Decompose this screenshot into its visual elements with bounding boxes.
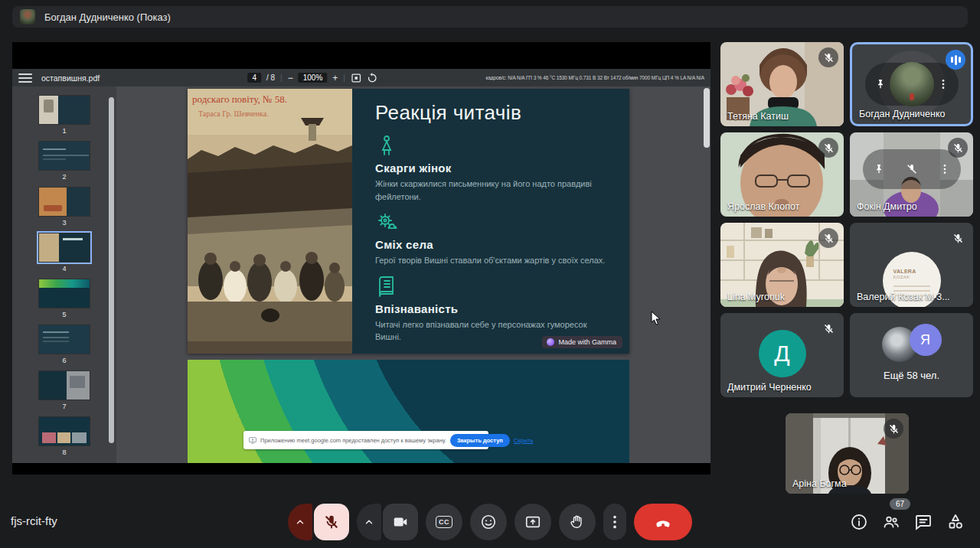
camera-control (357, 504, 418, 540)
captions-button[interactable]: CC (426, 504, 462, 540)
thumbnail-6[interactable]: 6 (39, 325, 90, 364)
camera-button[interactable] (383, 504, 418, 540)
thumbnail-2[interactable]: 2 (39, 142, 90, 181)
emoji-icon (480, 514, 497, 530)
slide-title: Реакція читачів (375, 101, 609, 125)
meeting-code: fjs-rcit-fty (11, 514, 57, 527)
fit-page-icon[interactable] (351, 73, 361, 83)
rotate-icon[interactable] (367, 73, 377, 83)
activities-panel-button[interactable] (946, 513, 965, 531)
page-number-input[interactable]: 4 (247, 73, 261, 83)
chat-panel-button[interactable] (914, 513, 933, 531)
tile-more-participants[interactable]: Я Ещё 58 чел. (850, 313, 973, 397)
tile-yaroslav-klopot[interactable]: Ярослав Клопот (720, 132, 844, 217)
share-notice-text: Приложению meet.google.com предоставлен … (260, 437, 446, 444)
tile-fokin-dmytro[interactable]: Фокін Дмитро (850, 132, 973, 217)
more-options-icon[interactable] (936, 161, 953, 178)
chat-icon (914, 513, 933, 531)
tile-arina-bohma[interactable]: Аріна Богма (786, 413, 909, 494)
slide-old-photo: родскаго повіту, № 58. Тараса Гр. Шевчен… (188, 89, 352, 354)
thumbnail-scrollbar[interactable] (109, 97, 114, 443)
meeting-details-button[interactable] (850, 513, 868, 531)
menu-icon[interactable] (18, 72, 32, 84)
slide-section-recognition: Впізнаваність Читачі легко впізнавали се… (375, 276, 609, 344)
tile-bogdan-dudnychenko[interactable]: Богдан Дудниченко (850, 42, 973, 126)
tile-dmitriy-chernenko[interactable]: Д Дмитрий Черненко (720, 313, 844, 397)
avatar: Я (910, 324, 942, 356)
thumbnail-7[interactable]: 7 (39, 371, 90, 410)
more-options-button[interactable] (603, 504, 626, 540)
thumbnail-1[interactable]: 1 (39, 96, 90, 135)
mic-off-icon (818, 138, 838, 158)
more-participants-label: Ещё 58 чел. (850, 370, 973, 381)
presenter-avatar (20, 9, 35, 24)
participant-name: Богдан Дудниченко (859, 109, 945, 119)
avatar: Д (759, 330, 806, 377)
presenter-label: Богдан Дудниченко (Показ) (44, 11, 171, 23)
presenter-chip[interactable]: Богдан Дудниченко (Показ) (12, 6, 968, 28)
participant-name: Дмитрий Черненко (727, 382, 812, 393)
tile-valeriy-kozak[interactable]: VALERA KOZAK Валерий Козак М-3... (850, 223, 973, 307)
thumbnail-5[interactable]: 5 (39, 279, 90, 318)
more-options-icon[interactable] (935, 76, 952, 93)
mic-off-icon (818, 228, 838, 248)
tile-lina-myronuk[interactable]: Lina Myronuk (720, 223, 844, 307)
stop-sharing-button[interactable]: Закрыть доступ (450, 434, 510, 447)
end-call-icon (653, 512, 673, 532)
slide-section-complaints: Скарги жінок Жінки скаржилися письменник… (375, 135, 609, 203)
mic-options-chevron[interactable] (288, 504, 312, 540)
mute-participant-icon[interactable] (903, 161, 920, 178)
screen-share-notice: Приложению meet.google.com предоставлен … (243, 431, 488, 449)
gear-icon (375, 211, 609, 234)
mic-off-icon (948, 138, 968, 158)
pdf-toolbar: остапвишня.pdf 4 / 8 | − 100% + | кадров… (12, 69, 710, 86)
tile-hover-controls (863, 149, 961, 189)
participant-name: Фокін Дмитро (857, 201, 917, 212)
mic-off-icon (818, 47, 838, 67)
svg-text:Тараса Гр. Шевченка.: Тараса Гр. Шевченка. (198, 109, 269, 118)
gamma-logo-icon (547, 338, 554, 346)
performance-overlay: кадров/с: N/A N/A ГП 3 % 46 °C 1530 МГц … (485, 75, 704, 80)
more-options-icon (606, 514, 623, 530)
present-button[interactable] (514, 504, 551, 540)
info-icon (850, 513, 868, 531)
slide-page-4: родскаго повіту, № 58. Тараса Гр. Шевчен… (188, 89, 629, 354)
zoom-level[interactable]: 100% (299, 73, 328, 83)
participant-name: Аріна Богма (792, 478, 847, 489)
call-controls: CC (288, 504, 692, 540)
thumbnail-3[interactable]: 3 (39, 188, 90, 227)
thumbnail-4-selected[interactable]: 4 (39, 233, 90, 272)
camera-options-chevron[interactable] (357, 504, 381, 540)
participant-count-badge: 67 (890, 498, 910, 510)
participant-name: Валерий Козак М-3... (857, 292, 950, 302)
hide-notice-link[interactable]: Скрыть (514, 437, 534, 444)
people-icon (882, 513, 900, 531)
mic-mute-button[interactable] (314, 504, 349, 540)
participant-name: Тетяна Катиш (727, 111, 789, 122)
pdf-scrollbar[interactable] (704, 88, 710, 148)
zoom-in-button[interactable]: + (332, 73, 338, 83)
mouse-cursor (651, 311, 662, 326)
overflow-avatars: Я (850, 327, 973, 362)
end-call-button[interactable] (634, 504, 692, 540)
raise-hand-button[interactable] (559, 504, 596, 540)
slide-content: Реакція читачів Скарги жінок Жінки ск (352, 89, 629, 354)
screen-share-icon (249, 437, 256, 444)
thumbnail-8[interactable]: 8 (39, 417, 90, 456)
activities-icon (946, 513, 965, 531)
pin-icon[interactable] (871, 161, 887, 178)
speaking-indicator-icon (946, 50, 965, 70)
made-with-gamma-badge: Made with Gamma (542, 336, 622, 348)
pin-icon[interactable] (872, 76, 889, 93)
people-panel-button[interactable] (882, 513, 900, 531)
mic-off-icon (884, 419, 903, 439)
reactions-button[interactable] (470, 504, 507, 540)
pdf-body: 1 2 3 4 5 6 7 8 родскаго повіту, № (12, 86, 710, 463)
screen-share-region: остапвишня.pdf 4 / 8 | − 100% + | кадров… (12, 42, 710, 475)
participant-name: Lina Myronuk (727, 292, 785, 302)
thumbnail-panel: 1 2 3 4 5 6 7 8 (12, 86, 116, 463)
svg-text:родскаго повіту, № 58.: родскаго повіту, № 58. (192, 93, 287, 105)
zoom-out-button[interactable]: − (288, 73, 293, 83)
pdf-filename: остапвишня.pdf (41, 73, 100, 83)
tile-tetyana-katysh[interactable]: Тетяна Катиш (720, 42, 844, 126)
